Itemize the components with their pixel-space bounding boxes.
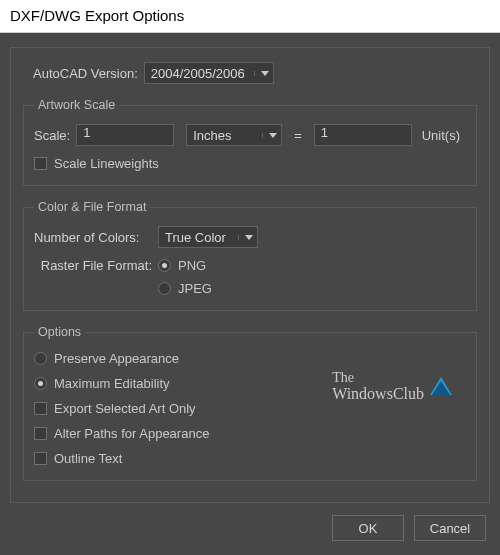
radio-icon — [34, 352, 47, 365]
artwork-scale-group: Artwork Scale Scale: 1 Inches = 1 Unit(s… — [23, 98, 477, 186]
dialog-title: DXF/DWG Export Options — [0, 0, 500, 33]
raster-jpeg-radio[interactable]: JPEG — [158, 281, 212, 296]
maximum-editability-radio[interactable]: Maximum Editability — [34, 376, 466, 391]
raster-png-label: PNG — [178, 258, 206, 273]
chevron-down-icon — [238, 235, 253, 240]
dialog-footer: OK Cancel — [10, 503, 490, 545]
checkbox-icon — [34, 427, 47, 440]
equals-sign: = — [288, 128, 308, 143]
scale-unit-select[interactable]: Inches — [186, 124, 282, 146]
artwork-scale-legend: Artwork Scale — [34, 98, 119, 112]
scale-row: Scale: 1 Inches = 1 Unit(s) — [34, 124, 466, 146]
scale-input[interactable]: 1 — [76, 124, 174, 146]
autocad-version-select[interactable]: 2004/2005/2006 — [144, 62, 274, 84]
number-of-colors-select[interactable]: True Color — [158, 226, 258, 248]
preserve-appearance-label: Preserve Appearance — [54, 351, 179, 366]
chevron-down-icon — [262, 133, 277, 138]
radio-icon — [34, 377, 47, 390]
units-input[interactable]: 1 — [314, 124, 412, 146]
chevron-down-icon — [254, 71, 269, 76]
autocad-version-row: AutoCAD Version: 2004/2005/2006 — [23, 62, 477, 84]
raster-format-row: Raster File Format: PNG JPEG — [34, 258, 466, 296]
color-file-format-legend: Color & File Format — [34, 200, 150, 214]
checkbox-icon — [34, 402, 47, 415]
raster-jpeg-label: JPEG — [178, 281, 212, 296]
scale-label: Scale: — [34, 128, 70, 143]
main-panel: AutoCAD Version: 2004/2005/2006 Artwork … — [10, 47, 490, 503]
options-group: Options Preserve Appearance Maximum Edit… — [23, 325, 477, 481]
number-of-colors-value: True Color — [165, 230, 230, 245]
alter-paths-checkbox[interactable]: Alter Paths for Appearance — [34, 426, 466, 441]
units-label: Unit(s) — [422, 128, 460, 143]
preserve-appearance-radio[interactable]: Preserve Appearance — [34, 351, 466, 366]
checkbox-icon — [34, 452, 47, 465]
scale-lineweights-label: Scale Lineweights — [54, 156, 159, 171]
export-selected-label: Export Selected Art Only — [54, 401, 196, 416]
autocad-version-value: 2004/2005/2006 — [151, 66, 246, 81]
scale-lineweights-checkbox[interactable]: Scale Lineweights — [34, 156, 466, 171]
number-of-colors-label: Number of Colors: — [34, 230, 152, 245]
autocad-version-label: AutoCAD Version: — [33, 66, 138, 81]
raster-png-radio[interactable]: PNG — [158, 258, 212, 273]
alter-paths-label: Alter Paths for Appearance — [54, 426, 209, 441]
radio-icon — [158, 282, 171, 295]
radio-icon — [158, 259, 171, 272]
raster-format-label: Raster File Format: — [34, 258, 152, 273]
cancel-button[interactable]: Cancel — [414, 515, 486, 541]
outline-text-label: Outline Text — [54, 451, 122, 466]
maximum-editability-label: Maximum Editability — [54, 376, 170, 391]
ok-button[interactable]: OK — [332, 515, 404, 541]
dialog-body: AutoCAD Version: 2004/2005/2006 Artwork … — [0, 33, 500, 555]
number-of-colors-row: Number of Colors: True Color — [34, 226, 466, 248]
outline-text-checkbox[interactable]: Outline Text — [34, 451, 466, 466]
color-file-format-group: Color & File Format Number of Colors: Tr… — [23, 200, 477, 311]
options-legend: Options — [34, 325, 85, 339]
dxf-dwg-export-dialog: DXF/DWG Export Options AutoCAD Version: … — [0, 0, 500, 555]
scale-unit-value: Inches — [193, 128, 254, 143]
export-selected-checkbox[interactable]: Export Selected Art Only — [34, 401, 466, 416]
checkbox-icon — [34, 157, 47, 170]
